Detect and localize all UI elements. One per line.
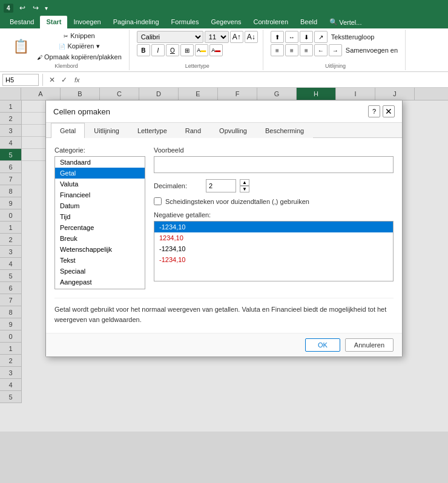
formula-bar: H5 ✕ ✓ fx [0,72,448,88]
group-alignment: ⬆ ↔ ⬇ ↗ Tekstterugloop ≡ ≡ ≡ ← → Samenvo… [266,30,406,70]
cell-reference-input[interactable]: H5 [2,74,39,86]
align-right-button[interactable]: ≡ [300,44,313,56]
negative-numbers-list[interactable]: -1234,10 1234,10 -1234,10 -1234,10 [154,221,394,281]
cat-tekst[interactable]: Tekst [55,255,145,266]
confirm-formula-button[interactable]: ✓ [59,74,70,85]
tab-beeld[interactable]: Beeld [294,16,323,28]
paste-button[interactable]: 📋 [8,37,33,56]
neg-item-2[interactable]: -1234,10 [154,243,393,254]
tab-gegevens[interactable]: Gegevens [205,16,247,28]
kopiëren-button[interactable]: 📄 Kopiëren ▾ [35,41,124,51]
formula-input[interactable] [85,74,446,86]
underline-button[interactable]: O [166,44,179,56]
app-badge: 4 [4,4,13,13]
decimals-row: Decimalen: 2 ▲ ▼ [154,179,394,192]
dialog-body: Categorie: Standaard Getal Valuta Financ… [46,138,402,333]
decimals-input[interactable]: 2 [206,179,236,192]
dialog-title-text: Cellen opmaken [53,107,110,116]
tab-uitlijning[interactable]: Uitlijning [85,123,128,138]
font-name-select[interactable]: Calibri [137,31,203,43]
cat-getal[interactable]: Getal [55,168,145,179]
text-angle-button[interactable]: ↗ [314,31,328,43]
cat-breuk[interactable]: Breuk [55,233,145,244]
tab-getal[interactable]: Getal [51,123,85,138]
ok-button[interactable]: OK [305,338,340,352]
neg-label: Negatieve getallen: [154,211,394,218]
tab-lettertype[interactable]: Lettertype [128,123,176,138]
category-list[interactable]: Standaard Getal Valuta Financieel Datum … [54,156,145,289]
opmaak-button[interactable]: 🖌 Opmaak kopiëren/plakken [35,52,124,62]
cat-speciaal[interactable]: Speciaal [55,266,145,277]
align-middle-button[interactable]: ↔ [285,31,298,43]
cat-percentage[interactable]: Percentage [55,222,145,233]
indent-dec-button[interactable]: ← [314,44,328,56]
dialog-right-panel: Voorbeeld Decimalen: 2 ▲ ▼ [154,146,394,289]
cat-standaard[interactable]: Standaard [55,157,145,168]
align-center-button[interactable]: ≡ [285,44,298,56]
category-label: Categorie: [54,146,145,154]
font-size-select[interactable]: 11 [205,31,229,43]
italic-button[interactable]: I [151,44,165,56]
fx-label: fx [72,76,82,84]
font-color-button[interactable]: A▬ [209,44,223,56]
knippen-button[interactable]: ✂ Knippen [35,31,124,41]
tab-opvulling[interactable]: Opvulling [210,123,256,138]
redo-button[interactable]: ↪ [31,2,40,13]
tab-formules[interactable]: Formules [165,16,205,28]
cat-financieel[interactable]: Financieel [55,189,145,200]
paste-row: 📋 ✂ Knippen 📄 Kopiëren ▾ 🖌 Opmaak kopiër… [8,31,124,62]
group-font: Calibri 11 A↑ A↓ B I O ⊞ A▬ A▬ Lett [132,30,263,70]
neg-item-3[interactable]: -1234,10 [154,254,393,265]
preview-label: Voorbeeld [154,146,394,154]
bold-button[interactable]: B [137,44,150,56]
dialog-left-panel: Categorie: Standaard Getal Valuta Financ… [54,146,145,289]
cat-datum[interactable]: Datum [55,200,145,211]
dialog-close-button[interactable]: ✕ [383,105,395,117]
cat-wetenschappelijk[interactable]: Wetenschappelijk [55,244,145,255]
tab-pagina-indeling[interactable]: Pagina-indeling [107,16,165,28]
cat-tijd[interactable]: Tijd [55,211,145,222]
dialog-help-button[interactable]: ? [368,105,380,117]
align-row1: ⬆ ↔ ⬇ ↗ Tekstterugloop [271,31,400,43]
cancel-formula-button[interactable]: ✕ [47,74,58,85]
tab-vertel[interactable]: 🔍Vertel... [323,16,367,28]
alignment-label: Uitlijning [271,63,400,69]
group-clipboard: 📋 ✂ Knippen 📄 Kopiëren ▾ 🖌 Opmaak kopiër… [4,30,130,70]
border-button[interactable]: ⊞ [180,44,194,56]
cat-valuta[interactable]: Valuta [55,179,145,189]
indent-inc-button[interactable]: → [329,44,342,56]
align-left-button[interactable]: ≡ [271,44,284,56]
clipboard-content: 📋 ✂ Knippen 📄 Kopiëren ▾ 🖌 Opmaak kopiër… [8,31,124,62]
decimals-down-button[interactable]: ▼ [240,186,249,192]
font-format-row: B I O ⊞ A▬ A▬ [137,44,258,56]
tab-bestand[interactable]: Bestand [4,16,40,28]
ribbon-tabs: Bestand Start Invoegen Pagina-indeling F… [0,16,448,28]
samenvoegen-button[interactable]: Samenvoegen en [343,45,400,55]
tab-controleren[interactable]: Controleren [248,16,294,28]
align-top-button[interactable]: ⬆ [271,31,284,43]
tab-rand[interactable]: Rand [176,123,210,138]
undo-button[interactable]: ↩ [18,2,27,13]
decimals-up-button[interactable]: ▲ [240,179,249,186]
neg-item-0[interactable]: -1234,10 [154,222,393,232]
ribbon-top: 4 ↩ ↪ ▾ [0,0,448,16]
font-grow-button[interactable]: A↑ [230,31,243,43]
tab-bescherming[interactable]: Bescherming [256,123,313,138]
cat-aangepast[interactable]: Aangepast [55,277,145,288]
format-cells-dialog: Cellen opmaken ? ✕ Getal Uitlijning Lett… [45,100,403,357]
font-shrink-button[interactable]: A↓ [245,31,258,43]
neg-item-1[interactable]: 1234,10 [154,232,393,243]
cancel-button[interactable]: Annuleren [345,338,394,352]
fill-color-button[interactable]: A▬ [195,44,208,56]
tab-start[interactable]: Start [40,16,67,28]
thousands-checkbox[interactable] [154,197,162,205]
ribbon: 4 ↩ ↪ ▾ Bestand Start Invoegen Pagina-in… [0,0,448,72]
font-selector-row: Calibri 11 A↑ A↓ [137,31,258,43]
tekstterugloop-button[interactable]: Tekstterugloop [329,32,377,42]
preview-box [154,156,394,173]
thousands-label[interactable]: Scheidingsteken voor duizendtallen (,) g… [165,198,309,205]
tab-invoegen[interactable]: Invoegen [67,16,107,28]
align-bottom-button[interactable]: ⬇ [300,31,313,43]
dialog-footer: OK Annuleren [46,333,402,356]
formula-icons: ✕ ✓ [47,74,70,85]
